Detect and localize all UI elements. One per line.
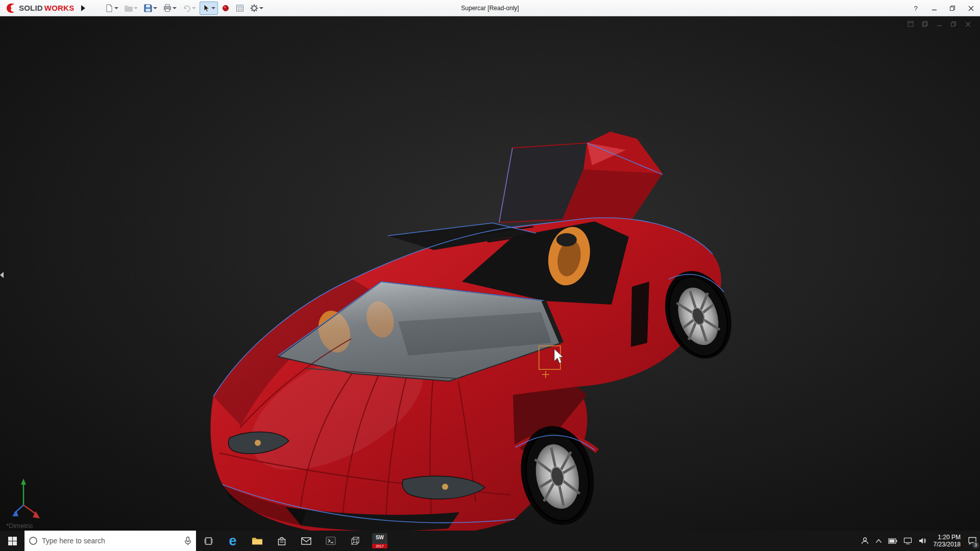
viewport[interactable]: *Dimetric xyxy=(0,16,980,531)
window-icon xyxy=(908,21,914,27)
solidworks-icon-year: 2017 xyxy=(372,544,387,548)
clock-time: 1:20 PM xyxy=(934,534,961,541)
taskbar: e SW xyxy=(0,531,980,551)
select-cursor-icon xyxy=(202,4,210,12)
toolbar-flyout-arrow[interactable] xyxy=(81,5,85,11)
red-sphere-button[interactable] xyxy=(219,2,232,15)
task-view-icon xyxy=(204,537,213,545)
system-tray: 1:20 PM 7/23/2018 3 xyxy=(857,531,980,551)
panel-collapse-tab[interactable] xyxy=(0,267,5,283)
cortana-circle-icon xyxy=(29,536,38,545)
help-button[interactable]: ? xyxy=(906,0,925,16)
orientation-label: *Dimetric xyxy=(6,522,33,530)
chevron-up-icon xyxy=(875,539,882,543)
terminal-icon xyxy=(326,536,336,545)
save-floppy-icon xyxy=(144,4,152,12)
cube-icon xyxy=(350,536,360,546)
solidworks-swirl-icon xyxy=(5,2,17,14)
start-button[interactable] xyxy=(0,531,24,551)
minimize-icon xyxy=(932,6,937,11)
store-bag-icon xyxy=(277,536,286,546)
action-center-button[interactable]: 3 xyxy=(965,531,980,551)
close-icon xyxy=(968,6,974,11)
edge-icon: e xyxy=(229,534,236,548)
child-close-button[interactable] xyxy=(964,20,972,28)
store-button[interactable] xyxy=(270,531,294,551)
toolbar xyxy=(103,2,266,15)
undo-arrow-icon xyxy=(183,4,191,12)
brand-solid: SOLID xyxy=(19,4,43,12)
task-view-button[interactable] xyxy=(196,531,220,551)
cube-app-button[interactable] xyxy=(343,531,368,551)
chevron-down-icon xyxy=(211,7,215,9)
save-button[interactable] xyxy=(141,2,160,15)
solidworks-logo: SOLID WORKS xyxy=(0,2,74,14)
select-button[interactable] xyxy=(200,2,218,15)
open-folder-icon xyxy=(125,4,133,12)
people-button[interactable] xyxy=(857,531,872,551)
microphone-icon[interactable] xyxy=(184,536,192,545)
solidworks-app-icon: SW 2017 xyxy=(372,533,387,548)
network-icon xyxy=(903,537,912,544)
mail-button[interactable] xyxy=(294,531,318,551)
titlebar: SOLID WORKS xyxy=(0,0,980,16)
search-input[interactable] xyxy=(42,537,180,545)
chevron-down-icon xyxy=(153,7,157,9)
notification-badge: 3 xyxy=(972,542,979,548)
brand-works: WORKS xyxy=(44,4,75,12)
child-minimize-button[interactable] xyxy=(935,20,943,28)
terminal-button[interactable] xyxy=(318,531,343,551)
file-explorer-button[interactable] xyxy=(245,531,270,551)
print-icon xyxy=(163,4,172,12)
restore-button[interactable] xyxy=(943,0,962,16)
restore-icon xyxy=(950,21,957,27)
network-button[interactable] xyxy=(900,531,915,551)
child-cascade-button[interactable] xyxy=(921,20,929,28)
red-sphere-icon xyxy=(222,4,230,12)
new-document-icon xyxy=(105,4,113,12)
mail-envelope-icon xyxy=(301,537,311,545)
close-icon xyxy=(965,21,971,27)
cascade-windows-icon xyxy=(922,21,928,27)
people-icon xyxy=(861,537,869,545)
chevron-down-icon xyxy=(134,7,138,9)
close-button[interactable] xyxy=(962,0,980,16)
restore-icon xyxy=(949,5,955,11)
chevron-left-icon xyxy=(0,272,4,278)
battery-button[interactable] xyxy=(885,531,900,551)
solidworks-taskbar-button[interactable]: SW 2017 xyxy=(368,531,392,551)
chevron-down-icon xyxy=(259,7,263,9)
volume-button[interactable] xyxy=(915,531,929,551)
taskbar-search xyxy=(24,531,196,551)
windows-logo-icon xyxy=(8,537,17,545)
sheet-grid-icon xyxy=(236,4,244,12)
undo-button[interactable] xyxy=(180,2,199,15)
new-document-button[interactable] xyxy=(103,2,121,15)
print-button[interactable] xyxy=(161,2,179,15)
child-new-window-button[interactable] xyxy=(906,20,915,28)
battery-icon xyxy=(888,538,897,544)
car-model[interactable] xyxy=(0,16,980,531)
child-window-controls xyxy=(906,20,972,28)
open-button[interactable] xyxy=(122,2,140,15)
folder-icon xyxy=(252,536,263,545)
edge-button[interactable]: e xyxy=(220,531,245,551)
options-button[interactable] xyxy=(248,2,266,15)
minimize-icon xyxy=(937,21,942,27)
chevron-down-icon xyxy=(114,7,118,9)
taskbar-clock[interactable]: 1:20 PM 7/23/2018 xyxy=(929,534,965,548)
sheet-properties-button[interactable] xyxy=(233,2,247,15)
minimize-button[interactable] xyxy=(925,0,943,16)
chevron-down-icon xyxy=(173,7,177,9)
tray-expand-button[interactable] xyxy=(872,531,885,551)
gear-icon xyxy=(250,4,258,12)
solidworks-icon-label: SW xyxy=(376,535,384,540)
volume-icon xyxy=(918,537,926,544)
clock-date: 7/23/2018 xyxy=(934,541,961,548)
child-restore-button[interactable] xyxy=(949,20,958,28)
chevron-down-icon xyxy=(192,7,196,9)
